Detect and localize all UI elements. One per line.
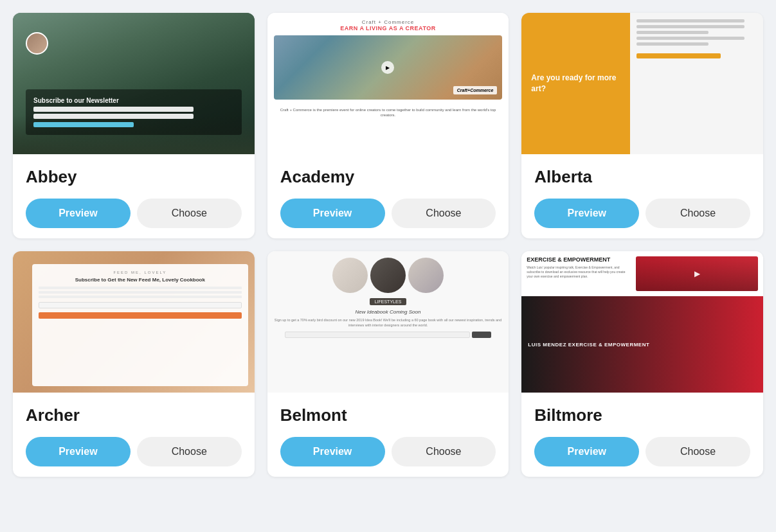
belmont-email-input [285, 332, 469, 338]
archer-line-2 [39, 291, 242, 294]
card-body-biltmore: Biltmore Preview Choose [521, 393, 763, 477]
alberta-line-1 [636, 19, 744, 22]
biltmore-title-block: EXERCISE & EMPOWERMENT Watch Luis' popul… [527, 256, 631, 291]
archer-title: Subscribe to Get the New Feed Me, Lovely… [39, 277, 242, 283]
card-body-archer: Archer Preview Choose [13, 393, 255, 477]
card-actions-archer: Preview Choose [26, 437, 242, 466]
thumbnail-academy: Craft + Commerce EARN A LIVING AS A CREA… [267, 13, 509, 154]
biltmore-video [636, 256, 758, 291]
template-grid: Subscribe to our Newsletter Abbey Previe… [13, 13, 763, 477]
alberta-line-5 [636, 42, 708, 46]
alberta-line-4 [636, 37, 744, 40]
choose-button-academy[interactable]: Choose [392, 199, 496, 228]
biltmore-top: EXERCISE & EMPOWERMENT Watch Luis' popul… [521, 251, 763, 296]
choose-button-alberta[interactable]: Choose [645, 199, 750, 228]
belmont-headline: New Ideabook Coming Soon [356, 309, 421, 315]
card-actions-academy: Preview Choose [280, 199, 496, 228]
choose-button-archer[interactable]: Choose [137, 437, 242, 466]
thumbnail-belmont: LIFESTYLES New Ideabook Coming Soon Sign… [267, 251, 509, 393]
preview-button-biltmore[interactable]: Preview [534, 437, 639, 466]
abbey-cta-btn [33, 122, 134, 127]
thumbnail-abbey: Subscribe to our Newsletter [13, 13, 255, 154]
card-actions-belmont: Preview Choose [280, 437, 496, 466]
choose-button-biltmore[interactable]: Choose [645, 437, 750, 466]
biltmore-bottom-text: LUIS MENDEZ EXERCISE & EMPOWERMENT [528, 342, 649, 348]
academy-brand: Craft + Commerce [340, 19, 436, 25]
biltmore-big-title: EXERCISE & EMPOWERMENT [527, 256, 631, 263]
abbey-field-2 [33, 114, 194, 119]
belmont-description: Sign up to get a 70% early bird discount… [274, 318, 503, 328]
archer-email-field [39, 302, 242, 308]
preview-button-belmont[interactable]: Preview [280, 437, 385, 466]
card-body-alberta: Alberta Preview Choose [521, 154, 763, 238]
archer-line-1 [39, 287, 242, 289]
card-title-alberta: Alberta [534, 167, 750, 187]
template-card-biltmore: EXERCISE & EMPOWERMENT Watch Luis' popul… [521, 251, 763, 477]
thumbnail-alberta: Are you ready for more art? [521, 13, 763, 154]
alberta-line-3 [636, 31, 708, 34]
card-body-abbey: Abbey Preview Choose [13, 154, 255, 238]
card-title-archer: Archer [26, 405, 242, 425]
abbey-content: Subscribe to our Newsletter [26, 89, 242, 135]
biltmore-desc: Watch Luis' popular inspiring talk, Exer… [527, 265, 631, 279]
preview-button-abbey[interactable]: Preview [26, 199, 131, 228]
play-icon: ▶ [381, 61, 394, 74]
card-body-academy: Academy Preview Choose [267, 154, 509, 238]
card-title-biltmore: Biltmore [534, 405, 750, 425]
card-body-belmont: Belmont Preview Choose [267, 393, 509, 477]
template-card-archer: FEED ME, LOVELY Subscribe to Get the New… [13, 251, 255, 477]
template-card-academy: Craft + Commerce EARN A LIVING AS A CREA… [267, 13, 509, 238]
template-card-belmont: LIFESTYLES New Ideabook Coming Soon Sign… [267, 251, 509, 477]
academy-logo-overlay: Craft+Commerce [453, 86, 498, 94]
abbey-thumbnail-title: Subscribe to our Newsletter [33, 97, 234, 104]
abbey-avatar [26, 32, 48, 55]
choose-button-belmont[interactable]: Choose [392, 437, 496, 466]
academy-image: ▶ Craft+Commerce [274, 35, 503, 100]
choose-button-abbey[interactable]: Choose [137, 199, 242, 228]
belmont-submit-btn [472, 332, 491, 338]
belmont-form [285, 332, 491, 338]
alberta-orange-panel: Are you ready for more art? [521, 13, 630, 154]
academy-top-text: Craft + Commerce EARN A LIVING AS A CREA… [340, 19, 436, 31]
academy-headline: EARN A LIVING AS A CREATOR [340, 25, 436, 31]
preview-button-alberta[interactable]: Preview [534, 199, 639, 228]
belmont-circles [332, 258, 444, 293]
belmont-circle-1 [332, 258, 368, 293]
biltmore-bottom-banner: LUIS MENDEZ EXERCISE & EMPOWERMENT [521, 296, 763, 393]
abbey-field-1 [33, 107, 194, 112]
card-actions-alberta: Preview Choose [534, 199, 750, 228]
card-title-belmont: Belmont [280, 405, 496, 425]
archer-line-3 [39, 296, 242, 298]
belmont-label: LIFESTYLES [370, 298, 407, 305]
archer-subscribe-btn [39, 312, 242, 319]
card-actions-biltmore: Preview Choose [534, 437, 750, 466]
card-title-abbey: Abbey [26, 167, 242, 187]
card-title-academy: Academy [280, 167, 496, 187]
thumbnail-archer: FEED ME, LOVELY Subscribe to Get the New… [13, 251, 255, 393]
alberta-line-2 [636, 25, 744, 28]
thumbnail-biltmore: EXERCISE & EMPOWERMENT Watch Luis' popul… [521, 251, 763, 393]
biltmore-video-overlay [636, 256, 758, 291]
alberta-headline: Are you ready for more art? [531, 73, 620, 94]
academy-description: Craft + Commerce is the premiere event f… [274, 107, 503, 118]
belmont-circle-3 [408, 258, 444, 293]
template-card-abbey: Subscribe to our Newsletter Abbey Previe… [13, 13, 255, 238]
belmont-circle-2 [370, 258, 406, 293]
alberta-cta-btn [636, 53, 721, 58]
archer-header: FEED ME, LOVELY [39, 270, 242, 274]
template-card-alberta: Are you ready for more art? Alberta Prev… [521, 13, 763, 238]
preview-button-academy[interactable]: Preview [280, 199, 385, 228]
archer-overlay: FEED ME, LOVELY Subscribe to Get the New… [32, 264, 248, 386]
card-actions-abbey: Preview Choose [26, 199, 242, 228]
preview-button-archer[interactable]: Preview [26, 437, 131, 466]
alberta-right-panel [630, 13, 763, 154]
